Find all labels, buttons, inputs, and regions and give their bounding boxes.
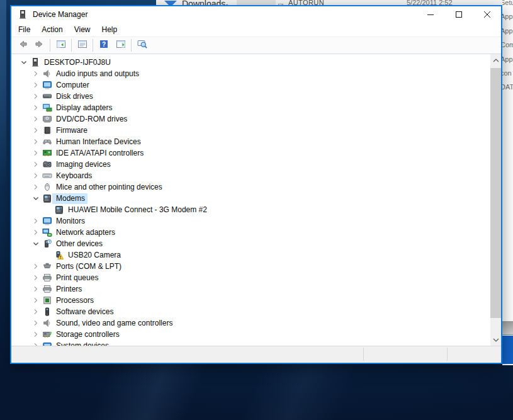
background-list-item[interactable]: App [502, 13, 513, 20]
tree-row[interactable]: Software devices [11, 306, 490, 317]
chevron-right-icon[interactable] [31, 171, 41, 181]
tree-row[interactable]: Mice and other pointing devices [11, 181, 490, 193]
scan-hardware-button[interactable] [133, 38, 150, 53]
tree-item-label[interactable]: DESKTOP-IJF0J8U [40, 57, 113, 68]
background-list-item[interactable]: con [502, 69, 512, 77]
tree-item-label[interactable]: Modems [52, 193, 87, 204]
menu-help[interactable]: Help [96, 23, 123, 36]
tree-item-label[interactable]: IDE ATA/ATAPI controllers [52, 148, 146, 159]
background-list-item[interactable]: App [502, 27, 513, 35]
menu-file[interactable]: File [13, 23, 36, 36]
background-list-item[interactable]: Setu [502, 0, 513, 6]
scrollbar-thumb[interactable] [490, 68, 501, 318]
scroll-up-icon[interactable] [490, 55, 501, 65]
tree-item-label[interactable]: Software devices [52, 307, 116, 317]
tree-row[interactable]: Keyboards [11, 170, 490, 181]
title-bar[interactable]: Device Manager [11, 6, 501, 23]
chevron-right-icon[interactable] [31, 295, 41, 305]
tree-row[interactable]: Print queues [11, 272, 490, 283]
tree-row[interactable]: Audio inputs and outputs [11, 68, 490, 79]
tree-row[interactable]: Sound, video and game controllers [11, 317, 490, 329]
tree-item-label[interactable]: Print queues [52, 273, 101, 283]
action-pane-button[interactable] [112, 38, 129, 53]
tree-row[interactable]: Computer [11, 79, 490, 91]
vertical-scrollbar[interactable] [490, 54, 501, 346]
tree-row[interactable]: Modems [11, 193, 490, 204]
tree-row[interactable]: System devices [11, 340, 490, 346]
scroll-down-icon[interactable] [490, 334, 501, 345]
tree-row[interactable]: Disk drives [11, 91, 490, 102]
background-list-item[interactable]: App [502, 55, 513, 63]
chevron-right-icon[interactable] [31, 182, 41, 192]
tree-item-label[interactable]: Processors [52, 295, 96, 306]
tree-row[interactable]: ?Other devices [11, 238, 490, 249]
chevron-right-icon[interactable] [31, 284, 41, 294]
tree-item-label[interactable]: Monitors [52, 216, 87, 227]
chevron-right-icon[interactable] [31, 148, 41, 158]
tree-item-label[interactable]: Mice and other pointing devices [52, 182, 165, 193]
background-list-item[interactable]: DAT [502, 83, 513, 91]
chevron-down-icon[interactable] [31, 193, 41, 203]
chevron-down-icon[interactable] [31, 239, 41, 249]
tree-row[interactable]: USB20 Camera [11, 249, 490, 261]
forward-button[interactable] [31, 38, 48, 53]
chevron-right-icon[interactable] [31, 80, 41, 90]
chevron-right-icon[interactable] [31, 137, 41, 147]
tree-item-label[interactable]: Imaging devices [52, 159, 113, 170]
properties-button[interactable] [74, 38, 91, 53]
back-button[interactable] [14, 38, 31, 53]
chevron-right-icon[interactable] [31, 103, 41, 113]
chevron-down-icon[interactable] [19, 57, 29, 67]
tree-item-label[interactable]: Disk drives [52, 91, 96, 102]
tree-item-label[interactable]: Sound, video and game controllers [52, 318, 175, 329]
tree-row[interactable]: Display adapters [11, 102, 490, 113]
tree-row[interactable]: DESKTOP-IJF0J8U [11, 57, 490, 68]
chevron-right-icon[interactable] [31, 227, 41, 237]
chevron-right-icon[interactable] [31, 307, 41, 317]
chevron-right-icon[interactable] [31, 318, 41, 328]
tree-row[interactable]: Network adapters [11, 227, 490, 238]
menu-action[interactable]: Action [36, 23, 68, 36]
tree-item-label[interactable]: Firmware [52, 125, 90, 136]
chevron-right-icon[interactable] [31, 329, 41, 339]
tree-item-label[interactable]: DVD/CD-ROM drives [52, 114, 130, 125]
tree-row[interactable]: HUAWEI Mobile Connect - 3G Modem #2 [11, 204, 490, 215]
chevron-right-icon[interactable] [31, 69, 41, 79]
maximize-button[interactable] [444, 6, 473, 23]
tree-row[interactable]: Imaging devices [11, 159, 490, 170]
tree-row[interactable]: Printers [11, 283, 490, 295]
tree-item-label[interactable]: Printers [52, 284, 84, 295]
tree-row[interactable]: Monitors [11, 215, 490, 227]
tree-item-label[interactable]: Storage controllers [52, 329, 122, 340]
tree-item-label[interactable]: System devices [52, 341, 111, 346]
close-button[interactable] [473, 6, 501, 23]
chevron-right-icon[interactable] [31, 216, 41, 226]
minimize-button[interactable] [416, 6, 444, 23]
background-list-item[interactable]: Com [502, 41, 513, 48]
tree-item-label[interactable]: Keyboards [52, 171, 94, 181]
chevron-right-icon[interactable] [31, 341, 41, 346]
tree-item-label[interactable]: Other devices [52, 239, 105, 249]
tree-row[interactable]: Firmware [11, 125, 490, 136]
tree-row[interactable]: DVD/CD-ROM drives [11, 113, 490, 125]
chevron-right-icon[interactable] [31, 114, 41, 124]
tree-row[interactable]: Processors [11, 295, 490, 306]
tree-item-label[interactable]: Network adapters [52, 227, 118, 238]
tree-row[interactable]: Human Interface Devices [11, 136, 490, 147]
tree-item-label[interactable]: HUAWEI Mobile Connect - 3G Modem #2 [64, 205, 210, 215]
chevron-right-icon[interactable] [31, 159, 41, 169]
tree-row[interactable]: IDE ATA/ATAPI controllers [11, 147, 490, 159]
console-tree-button[interactable] [52, 38, 69, 53]
chevron-right-icon[interactable] [31, 125, 41, 135]
tree-item-label[interactable]: Display adapters [52, 103, 115, 113]
tree-item-label[interactable]: Human Interface Devices [52, 137, 144, 147]
tree-item-label[interactable]: Ports (COM & LPT) [52, 261, 124, 272]
tree-row[interactable]: Ports (COM & LPT) [11, 261, 490, 272]
tree-item-label[interactable]: Computer [52, 80, 92, 91]
tree-row[interactable]: Storage controllers [11, 329, 490, 340]
menu-view[interactable]: View [69, 23, 96, 36]
chevron-right-icon[interactable] [31, 91, 41, 101]
help-button[interactable]: ? [95, 38, 112, 53]
tree-item-label[interactable]: Audio inputs and outputs [52, 69, 142, 79]
tree-item-label[interactable]: USB20 Camera [64, 250, 123, 261]
